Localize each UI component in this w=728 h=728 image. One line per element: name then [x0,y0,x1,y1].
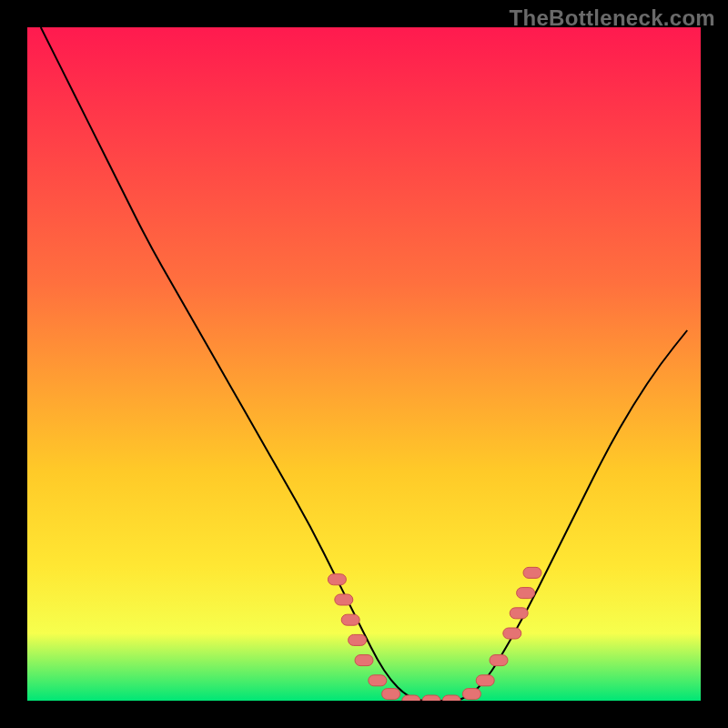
curve-marker [341,614,359,625]
curve-marker [442,695,460,701]
curve-marker [335,594,353,605]
curve-marker [510,608,528,619]
gradient-background [27,27,701,701]
curve-marker [490,655,508,666]
curve-marker [503,628,521,639]
curve-marker [369,675,387,686]
curve-marker [422,695,440,701]
curve-marker [349,634,367,645]
plot-area [27,27,701,701]
curve-marker [382,689,400,700]
chart-svg [27,27,701,701]
curve-marker [402,695,420,701]
curve-marker [476,675,494,686]
curve-marker [523,567,541,578]
curve-marker [517,588,535,599]
chart-stage: TheBottleneck.com [0,0,728,728]
curve-marker [462,689,480,700]
curve-marker [328,574,346,585]
curve-marker [355,655,373,666]
